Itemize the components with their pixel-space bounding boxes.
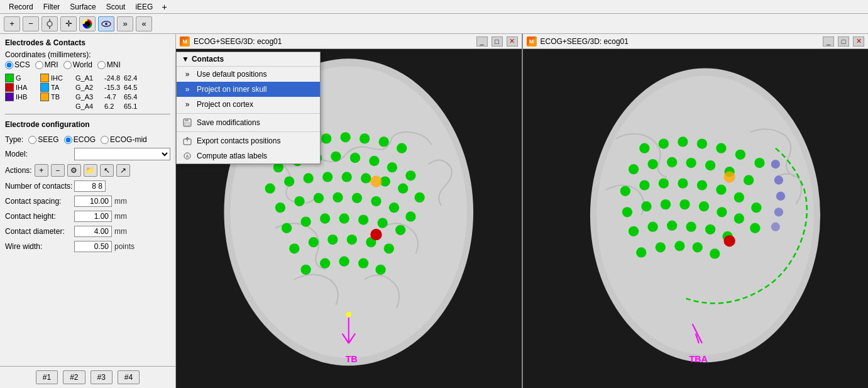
menu-filter[interactable]: Filter <box>38 1 65 13</box>
wire-width-label: Wire width: <box>5 242 74 251</box>
svg-point-117 <box>771 160 779 169</box>
toolbar-remove[interactable]: − <box>23 16 39 31</box>
color-IHC <box>40 74 49 82</box>
project-skull-icon: » <box>182 85 193 94</box>
svg-point-0 <box>47 21 52 26</box>
view-maximize-1[interactable]: □ <box>492 36 503 47</box>
menu-ieeg[interactable]: iEEG <box>130 1 158 13</box>
model-label: Model: <box>5 150 74 158</box>
coord-scs[interactable]: SCS <box>5 60 30 69</box>
action-add[interactable]: + <box>35 164 48 177</box>
dropdown-use-default[interactable]: » Use default positions <box>177 67 320 82</box>
toolbar-color[interactable] <box>79 16 96 31</box>
dropdown-atlas[interactable]: A Compute atlas labels <box>177 148 320 164</box>
save-icon <box>182 118 193 127</box>
tab-btn-1[interactable]: #1 <box>36 370 58 384</box>
svg-point-116 <box>723 235 735 247</box>
toolbar-forward[interactable]: » <box>117 16 133 31</box>
contact-diameter-input[interactable] <box>74 226 112 237</box>
svg-point-96 <box>622 207 632 217</box>
toolbar-view[interactable] <box>98 16 114 31</box>
dropdown-save[interactable]: Save modifications <box>177 115 320 130</box>
view-minimize-1[interactable]: _ <box>476 36 488 47</box>
view-maximize-2[interactable]: □ <box>838 36 849 47</box>
svg-point-59 <box>384 243 394 253</box>
view-minimize-2[interactable]: _ <box>823 36 834 47</box>
svg-point-71 <box>346 312 351 317</box>
dropdown-project-cortex[interactable]: » Project on cortex <box>177 97 320 112</box>
svg-point-40 <box>294 196 304 206</box>
dropdown-project-skull[interactable]: » Project on inner skull <box>177 82 320 97</box>
svg-point-42 <box>332 192 343 202</box>
svg-point-66 <box>370 229 382 240</box>
svg-point-25 <box>331 152 341 162</box>
svg-point-64 <box>375 265 385 275</box>
svg-point-18 <box>341 132 351 142</box>
electrode-y3: 65.4 <box>124 93 143 101</box>
type-ecog-mid[interactable]: ECOG-mid <box>101 135 147 144</box>
svg-point-49 <box>320 213 330 223</box>
menu-surface[interactable]: Surface <box>65 1 101 13</box>
matlab-icon-2: M <box>527 36 537 47</box>
svg-point-79 <box>735 150 745 160</box>
svg-point-28 <box>387 162 397 172</box>
tab-buttons: #1 #2 #3 #4 <box>0 366 175 388</box>
color-empty1 <box>5 102 14 111</box>
action-arrow2[interactable]: ↗ <box>116 164 130 177</box>
color-IHA <box>5 83 14 92</box>
svg-point-112 <box>674 241 684 251</box>
model-select[interactable] <box>74 148 170 160</box>
action-folder[interactable]: 📁 <box>84 164 97 177</box>
view-title-1: ECOG+SEEG/3D: ecog01 <box>194 37 473 46</box>
svg-point-41 <box>314 193 324 203</box>
contact-height-unit: mm <box>114 212 127 221</box>
svg-point-33 <box>322 172 332 182</box>
tab-btn-4[interactable]: #4 <box>118 370 140 384</box>
contact-spacing-input[interactable] <box>74 196 112 207</box>
svg-point-46 <box>405 211 415 221</box>
menu-record[interactable]: Record <box>4 1 38 13</box>
toolbar-add[interactable]: + <box>4 16 20 31</box>
type-seeg[interactable]: SEEG <box>28 135 58 144</box>
wire-width-input[interactable] <box>74 241 112 252</box>
view-canvas-2: TBA <box>523 49 869 388</box>
electrode-G_A2[interactable]: G_A2 <box>75 84 104 91</box>
toolbar-backward[interactable]: « <box>136 16 152 31</box>
electrode-G_A1[interactable]: G_A1 <box>75 74 104 82</box>
electrode-G_A4[interactable]: G_A4 <box>75 103 104 110</box>
menu-scout[interactable]: Scout <box>101 1 131 13</box>
num-contacts-input[interactable] <box>74 180 106 192</box>
coord-world[interactable]: World <box>63 60 92 69</box>
svg-point-52 <box>378 218 388 228</box>
electrode-table: G IHC G_A1 -24.8 62.4 IHA TA G_A2 -15.3 … <box>0 72 175 113</box>
svg-point-76 <box>678 136 688 147</box>
tab-btn-3[interactable]: #3 <box>91 370 113 384</box>
svg-point-65 <box>370 175 382 187</box>
svg-point-81 <box>628 164 638 174</box>
view-close-1[interactable]: ✕ <box>507 36 518 47</box>
action-remove[interactable]: − <box>51 164 65 177</box>
toolbar-cross[interactable]: ✛ <box>60 16 77 31</box>
contact-height-input[interactable] <box>74 211 112 222</box>
tab-btn-2[interactable]: #2 <box>63 370 85 384</box>
svg-point-38 <box>414 192 424 202</box>
type-ecog[interactable]: ECOG <box>64 135 96 144</box>
menu-plus[interactable]: + <box>158 1 170 13</box>
svg-point-45 <box>389 202 399 213</box>
coord-mri[interactable]: MRI <box>35 60 58 69</box>
config-title: Electrode configuration <box>5 118 170 131</box>
action-settings[interactable]: ⚙ <box>67 164 81 177</box>
menubar: Record Filter Surface Scout iEEG + <box>0 0 868 14</box>
view-close-2[interactable]: ✕ <box>853 36 864 47</box>
svg-point-26 <box>350 153 360 163</box>
view-window-2: M ECOG+SEEG/3D: ecog01 _ □ ✕ <box>522 34 869 388</box>
dropdown-export[interactable]: Export contacts positions <box>177 133 320 148</box>
action-arrow1[interactable]: ↖ <box>100 164 114 177</box>
electrode-G_A3[interactable]: G_A3 <box>75 93 104 101</box>
svg-point-121 <box>771 223 779 231</box>
svg-point-93 <box>716 185 726 195</box>
toolbar-electrode[interactable] <box>41 16 58 31</box>
electrode-x2: -15.3 <box>104 84 123 91</box>
coord-mni[interactable]: MNI <box>97 60 121 69</box>
view-titlebar-1: M ECOG+SEEG/3D: ecog01 _ □ ✕ <box>176 34 522 49</box>
